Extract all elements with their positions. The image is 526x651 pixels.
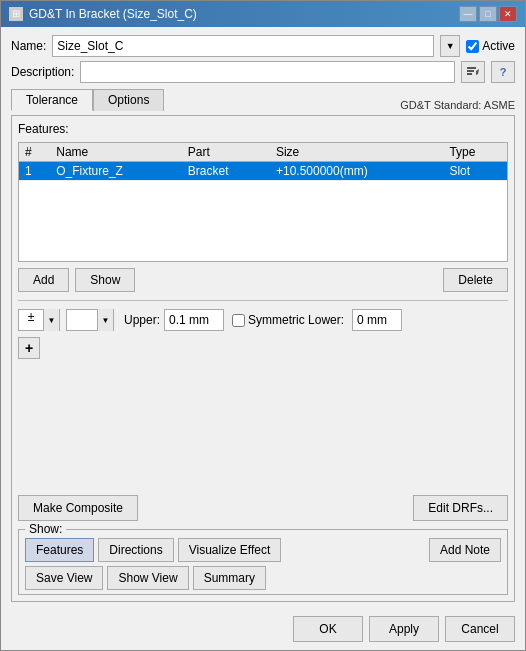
tab-tolerance[interactable]: Tolerance bbox=[11, 89, 93, 111]
show-buttons-row-2: Save View Show View Summary bbox=[25, 566, 501, 590]
feature-buttons-row: Add Show Delete bbox=[18, 268, 508, 292]
help-icon: ? bbox=[500, 66, 507, 78]
save-view-button[interactable]: Save View bbox=[25, 566, 103, 590]
tabs: Tolerance Options bbox=[11, 89, 164, 111]
col-header-name: Name bbox=[50, 143, 182, 162]
active-checkbox[interactable] bbox=[466, 40, 479, 53]
active-label: Active bbox=[482, 39, 515, 53]
features-show-button[interactable]: Features bbox=[25, 538, 94, 562]
add-row-button[interactable]: + bbox=[18, 337, 40, 359]
visualize-effect-button[interactable]: Visualize Effect bbox=[178, 538, 282, 562]
close-button[interactable]: ✕ bbox=[499, 6, 517, 22]
upper-input[interactable] bbox=[164, 309, 224, 331]
tolerance-type-arrow[interactable]: ▼ bbox=[43, 309, 59, 331]
description-row: Description: ? bbox=[11, 61, 515, 83]
title-controls: — □ ✕ bbox=[459, 6, 517, 22]
tolerance-sub-value bbox=[67, 310, 97, 330]
directions-show-button[interactable]: Directions bbox=[98, 538, 173, 562]
summary-button[interactable]: Summary bbox=[193, 566, 266, 590]
svg-rect-1 bbox=[467, 70, 474, 72]
cell-size: +10.500000(mm) bbox=[270, 162, 443, 181]
maximize-button[interactable]: □ bbox=[479, 6, 497, 22]
cancel-button[interactable]: Cancel bbox=[445, 616, 515, 642]
description-help-btn[interactable]: ? bbox=[491, 61, 515, 83]
svg-rect-2 bbox=[467, 73, 472, 75]
svg-rect-0 bbox=[467, 67, 476, 69]
tolerance-sub-combo[interactable]: ▼ bbox=[66, 309, 114, 331]
apply-button[interactable]: Apply bbox=[369, 616, 439, 642]
svg-marker-3 bbox=[476, 69, 479, 75]
composite-row: Make Composite Edit DRFs... bbox=[18, 495, 508, 521]
make-composite-button[interactable]: Make Composite bbox=[18, 495, 138, 521]
title-bar-left: ⊞ GD&T In Bracket (Size_Slot_C) bbox=[9, 7, 197, 21]
window-title: GD&T In Bracket (Size_Slot_C) bbox=[29, 7, 197, 21]
cell-type: Slot bbox=[443, 162, 507, 181]
main-content: Name: ▼ Active Description: ? bbox=[1, 27, 525, 610]
tab-options[interactable]: Options bbox=[93, 89, 164, 111]
delete-button[interactable]: Delete bbox=[443, 268, 508, 292]
gdt-standard-label: GD&T Standard: ASME bbox=[400, 99, 515, 111]
show-button[interactable]: Show bbox=[75, 268, 135, 292]
tabs-row: Tolerance Options GD&T Standard: ASME bbox=[11, 89, 515, 111]
symmetric-lower-text: Symmetric Lower: bbox=[248, 313, 344, 327]
cell-id: 1 bbox=[19, 162, 50, 181]
minimize-button[interactable]: — bbox=[459, 6, 477, 22]
window-icon: ⊞ bbox=[9, 7, 23, 21]
tolerance-type-value: ± bbox=[19, 310, 43, 330]
features-data-table: # Name Part Size Type 1 O_Fixture_Z Brac… bbox=[19, 143, 507, 181]
tolerance-row: ± ▼ ▼ Upper: Symmetric Lower: bbox=[18, 309, 508, 331]
upper-label: Upper: bbox=[124, 313, 160, 327]
col-header-size: Size bbox=[270, 143, 443, 162]
table-row[interactable]: 1 O_Fixture_Z Bracket +10.500000(mm) Slo… bbox=[19, 162, 507, 181]
title-bar: ⊞ GD&T In Bracket (Size_Slot_C) — □ ✕ bbox=[1, 1, 525, 27]
name-dropdown-button[interactable]: ▼ bbox=[440, 35, 460, 57]
description-label: Description: bbox=[11, 65, 74, 79]
ok-button[interactable]: OK bbox=[293, 616, 363, 642]
tolerance-sub-arrow[interactable]: ▼ bbox=[97, 309, 113, 331]
col-header-id: # bbox=[19, 143, 50, 162]
edit-icon bbox=[466, 65, 480, 79]
feature-left-buttons: Add Show bbox=[18, 268, 135, 292]
show-group-label: Show: bbox=[25, 522, 66, 536]
active-checkbox-label: Active bbox=[466, 39, 515, 53]
main-window: ⊞ GD&T In Bracket (Size_Slot_C) — □ ✕ Na… bbox=[0, 0, 526, 651]
features-table: # Name Part Size Type 1 O_Fixture_Z Brac… bbox=[18, 142, 508, 262]
name-input[interactable] bbox=[52, 35, 434, 57]
edit-drfs-button[interactable]: Edit DRFs... bbox=[413, 495, 508, 521]
add-note-button[interactable]: Add Note bbox=[429, 538, 501, 562]
content-spacer bbox=[18, 365, 508, 485]
name-row: Name: ▼ Active bbox=[11, 35, 515, 57]
description-input[interactable] bbox=[80, 61, 455, 83]
name-label: Name: bbox=[11, 39, 46, 53]
show-group: Show: Features Directions Visualize Effe… bbox=[18, 529, 508, 595]
cell-part: Bracket bbox=[182, 162, 270, 181]
col-header-part: Part bbox=[182, 143, 270, 162]
tolerance-type-combo[interactable]: ± ▼ bbox=[18, 309, 60, 331]
dialog-buttons-row: OK Apply Cancel bbox=[1, 610, 525, 650]
symmetric-lower-checkbox[interactable] bbox=[232, 314, 245, 327]
tab-content: Features: # Name Part Size Type bbox=[11, 115, 515, 602]
divider-1 bbox=[18, 300, 508, 301]
description-icon-btn-1[interactable] bbox=[461, 61, 485, 83]
features-label: Features: bbox=[18, 122, 508, 136]
symmetric-lower-label: Symmetric Lower: bbox=[232, 313, 344, 327]
table-header-row: # Name Part Size Type bbox=[19, 143, 507, 162]
show-view-button[interactable]: Show View bbox=[107, 566, 188, 590]
add-button[interactable]: Add bbox=[18, 268, 69, 292]
cell-name: O_Fixture_Z bbox=[50, 162, 182, 181]
lower-input[interactable] bbox=[352, 309, 402, 331]
show-buttons-row-1: Features Directions Visualize Effect Add… bbox=[25, 538, 501, 562]
col-header-type: Type bbox=[443, 143, 507, 162]
